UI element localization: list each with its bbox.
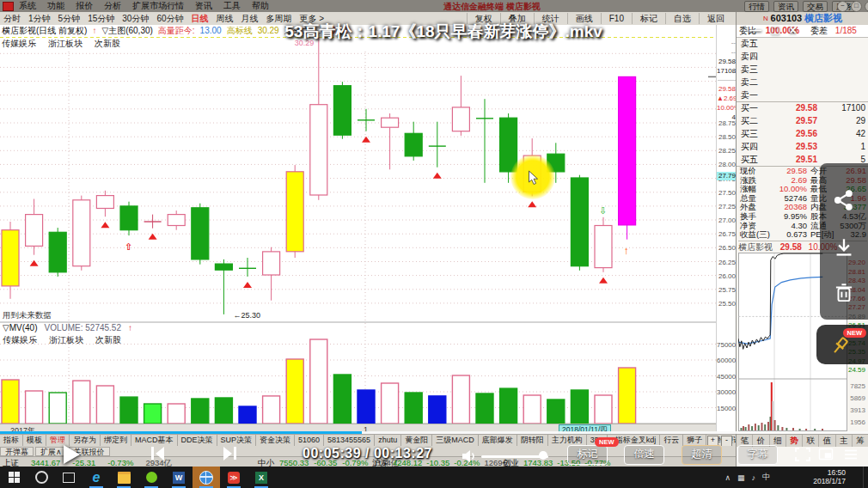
period-月线[interactable]: 月线 [241, 13, 259, 25]
quick-交易[interactable]: 交易 [803, 1, 828, 12]
download-icon[interactable] [833, 236, 855, 259]
video-progress-bar[interactable] [0, 431, 868, 434]
quality-button[interactable]: 超清 [682, 445, 722, 465]
panel-tab-筹[interactable]: 筹 [853, 435, 868, 447]
tdx-close-button[interactable]: × [865, 1, 868, 12]
indicator-tab-阴转阳[interactable]: 阴转阳 [517, 435, 548, 447]
word-icon[interactable]: W [165, 467, 193, 488]
axis-preview-6: 10.00% [717, 104, 736, 112]
sector-vol-浙江板块[interactable]: 浙江板块 [49, 334, 83, 345]
buy-row-1-qty: 17100 [841, 101, 865, 114]
volume-slider-handle[interactable] [539, 451, 547, 460]
menu-扩展市场行情[interactable]: 扩展市场行情 [132, 0, 184, 12]
indicator-tab-51060[interactable]: 51060 [295, 435, 324, 447]
browser-360-icon[interactable] [138, 467, 165, 488]
period-5分钟[interactable]: 5分钟 [58, 13, 81, 25]
menu-系统[interactable]: 系统 [19, 0, 36, 12]
period-1分钟[interactable]: 1分钟 [28, 13, 51, 25]
action-自选[interactable]: 自选 [665, 13, 699, 24]
indicator-tab-黄金阳[interactable]: 黄金阳 [401, 435, 432, 447]
indicator-tab-资金决策[interactable]: 资金决策 [256, 435, 295, 447]
indicator-tab-三级MACD[interactable]: 三级MACD [432, 435, 479, 447]
indicator-tab-模板[interactable]: 模板 [23, 435, 46, 447]
sector-浙江板块[interactable]: 浙江板块 [48, 38, 83, 48]
menu-功能[interactable]: 功能 [47, 0, 64, 12]
panel-tab-主[interactable]: 主 [836, 435, 853, 447]
period-15分钟[interactable]: 15分钟 [88, 13, 114, 25]
playlist-icon[interactable] [844, 448, 858, 461]
sector-vol-次新股[interactable]: 次新股 [95, 334, 121, 345]
svg-text:5869: 5869 [850, 394, 865, 402]
active-player-app-icon[interactable] [193, 467, 220, 488]
system-tray: ∧ ▦ ♪ 中 [721, 472, 773, 483]
mv-label[interactable]: ▽MV(40) [3, 323, 37, 333]
indicator-tab-MACD基本[interactable]: MACD基本 [131, 435, 178, 447]
edge-browser-icon[interactable]: e [83, 467, 110, 488]
tdx-restore-button[interactable]: □ [851, 1, 862, 12]
cortana-search-button[interactable] [28, 467, 55, 488]
menu-帮助[interactable]: 帮助 [252, 0, 269, 12]
tab2-扩展∧[interactable]: 扩展∧ [35, 447, 67, 456]
period-日线[interactable]: 日线 [192, 13, 209, 25]
period-周线[interactable]: 周线 [217, 13, 234, 25]
sector-vol-传媒娱乐[interactable]: 传媒娱乐 [3, 334, 37, 345]
file-explorer-icon[interactable] [110, 467, 138, 488]
indicator-tab-zhutu[interactable]: zhutu [375, 435, 401, 447]
period-30分钟[interactable]: 30分钟 [122, 13, 149, 25]
mouse-cursor-icon [528, 170, 539, 186]
start-button[interactable] [0, 467, 28, 488]
indicator-tab-DDE决策[interactable]: DDE决策 [178, 435, 217, 447]
sector-传媒娱乐[interactable]: 传媒娱乐 [2, 38, 36, 48]
speed-button[interactable]: 倍速 [624, 445, 664, 465]
mark-button[interactable]: 标记 [567, 445, 608, 465]
indicator-tab-5813455565[interactable]: 5813455565 [324, 435, 375, 447]
play-button[interactable] [64, 445, 80, 464]
tray-network-icon[interactable]: ▦ [737, 473, 745, 482]
pin-icon[interactable] [828, 334, 851, 358]
panel-tab-值[interactable]: 值 [819, 435, 835, 447]
tdx-minimize-button[interactable]: − [837, 1, 848, 12]
excel-icon[interactable]: X [248, 467, 275, 488]
next-button[interactable] [223, 447, 237, 461]
subtitle-button[interactable]: 字幕 [737, 445, 778, 465]
menu-报价[interactable]: 报价 [76, 0, 93, 12]
tray-expand-icon[interactable]: ∧ [724, 473, 730, 482]
panel-tab-势[interactable]: 势 [786, 435, 803, 447]
quick-行情[interactable]: 行情 [744, 1, 769, 12]
menu-分析[interactable]: 分析 [104, 0, 121, 12]
tray-input-method[interactable]: 中 [762, 472, 770, 483]
taskbar-clock[interactable]: 16:50 2018/1/17 [813, 468, 846, 485]
menu-资讯[interactable]: 资讯 [195, 0, 212, 12]
sector-次新股[interactable]: 次新股 [95, 38, 120, 48]
indicator-tab-绑定到[interactable]: 绑定到 [101, 435, 131, 447]
candlestick-chart[interactable]: ⇧←25.3030.29⇩↑用到未来数据 [0, 34, 716, 434]
tab2-开弹幕[interactable]: 开弹幕 [0, 447, 34, 456]
thunder-app-icon[interactable]: ≫ [220, 467, 248, 488]
show-desktop-button[interactable] [863, 467, 868, 488]
mini-player-icon[interactable] [818, 448, 834, 461]
speaker-icon[interactable] [461, 448, 478, 464]
indicator-tab-SUP决策[interactable]: SUP决策 [217, 435, 257, 447]
player-maximize-button[interactable]: □ [772, 23, 779, 37]
player-minimize-button[interactable]: — [749, 23, 761, 37]
main-indicator-label[interactable]: ▽主图(60,30) [101, 25, 152, 37]
action-F10[interactable]: F10 [601, 13, 632, 24]
task-view-button[interactable] [55, 467, 83, 488]
share-icon[interactable] [833, 189, 855, 211]
tray-volume-icon[interactable]: ♪ [752, 473, 756, 482]
action-标记[interactable]: 标记 [632, 13, 665, 24]
stat-l1: 收益(三) [740, 230, 770, 240]
indicator-tab-行云[interactable]: 行云 [660, 435, 683, 447]
player-close-button[interactable]: × [789, 23, 796, 37]
fullscreen-icon[interactable] [794, 447, 811, 462]
period-分时[interactable]: 分时 [3, 13, 21, 25]
panel-tab-联[interactable]: 联 [803, 435, 819, 447]
indicator-tab-底部爆发[interactable]: 底部爆发 [479, 435, 517, 447]
period-60分钟[interactable]: 60分钟 [156, 13, 183, 25]
action-返回[interactable]: 返回 [699, 13, 732, 24]
indicator-tab-指标[interactable]: 指标 [0, 435, 23, 447]
previous-button[interactable] [151, 447, 165, 461]
quick-资讯[interactable]: 资讯 [773, 1, 798, 12]
menu-工具[interactable]: 工具 [223, 0, 241, 12]
trash-icon[interactable] [833, 282, 855, 304]
